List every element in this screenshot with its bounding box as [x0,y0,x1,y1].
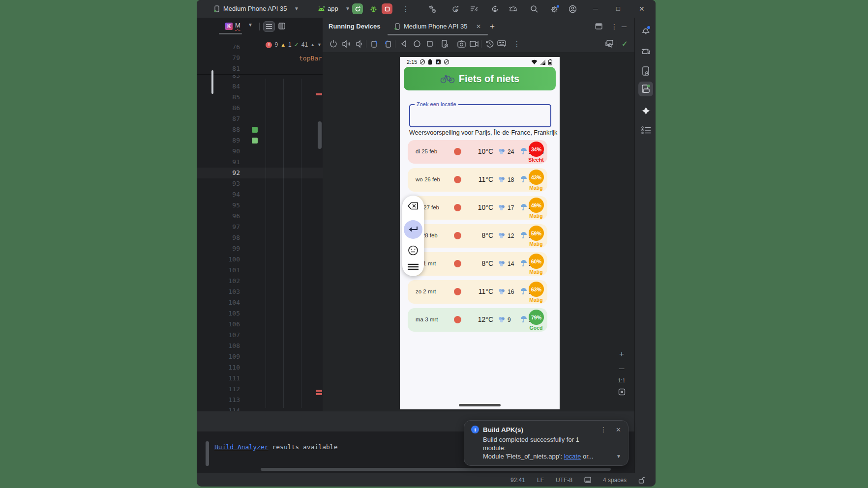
forecast-row[interactable]: wo 26 feb 11°C 18 70% 43% Matig [408,168,547,192]
gemini-icon[interactable] [638,103,653,118]
file-encoding[interactable]: UTF-8 [556,477,572,484]
phone-screen[interactable]: 2:15 A Fiets of nie [400,57,560,409]
editor-tab-title[interactable]: M [235,22,240,29]
device-tab-label[interactable]: Medium Phone API 35 [404,18,467,35]
prev-issue-icon[interactable]: ▲ [310,42,315,47]
overview-icon[interactable] [425,39,435,49]
menu-icon[interactable] [408,263,419,270]
emoji-icon[interactable] [408,245,419,256]
stop-button[interactable] [382,3,392,14]
rerun-button[interactable] [352,3,363,14]
error-stripe-mark[interactable] [316,93,322,95]
backspace-icon[interactable] [408,202,419,210]
chevron-down-icon[interactable]: ▼ [345,0,350,18]
line-ending[interactable]: LF [537,477,544,484]
device-manager-icon[interactable] [638,64,653,79]
inspections-widget[interactable]: ! 9 ▲ 1 ✓ 41 ▲ ▼ [266,41,322,48]
rotate-left-icon[interactable] [370,39,380,49]
search-location-input[interactable] [409,104,551,127]
color-swatch-gutter-icon[interactable] [252,127,258,133]
home-icon[interactable] [412,39,422,49]
editor-scrollbar-thumb[interactable] [318,121,322,149]
panel-more-icon[interactable]: ⋮ [611,18,618,35]
code-editor[interactable]: 8384858687888990919293949596979899100101… [197,35,323,411]
expand-chevron-icon[interactable]: ▼ [616,452,621,460]
zoom-reset-button[interactable]: 1:1 [616,377,628,383]
list-view-button[interactable] [263,21,275,32]
floating-keyboard-toolbar[interactable] [402,196,424,276]
panel-toggle-icon[interactable] [584,477,591,483]
notification-line: Module 'Fiets_of_niets.app': locate or..… [483,452,621,460]
more-options-icon[interactable]: ⋮ [402,5,409,13]
device-selector[interactable]: Medium Phone API 35 [223,0,287,18]
tab-list-chevron-icon[interactable]: ▼ [248,16,253,34]
error-stripe-mark[interactable] [316,393,322,395]
apply-changes-icon[interactable] [491,5,499,13]
console-scrollbar-thumb[interactable] [206,441,209,466]
caret-position[interactable]: 92:41 [510,477,525,484]
profile-avatar-icon[interactable] [569,5,577,13]
line-number: 86 [197,103,240,114]
forecast-row[interactable]: ma 3 mrt 12°C 9 10% 79% Goed [408,308,547,332]
gradle-elephant-icon[interactable] [638,43,653,58]
zoom-out-button[interactable]: ─ [616,364,628,373]
forecast-caption: Weersvoorspelling voor Parijs, Île-de-Fr… [409,129,557,136]
horizontal-scrollbar[interactable] [219,33,242,34]
notifications-bell-icon[interactable] [638,23,653,37]
window-minimize-button[interactable]: ─ [593,0,598,18]
gradle-sync-icon[interactable] [509,4,518,13]
zoom-fit-button[interactable] [616,388,628,396]
window-close-button[interactable]: ✕ [639,0,645,18]
window-maximize-button[interactable]: □ [616,0,620,18]
toolbar-more-icon[interactable]: ⋮ [513,35,520,52]
screen-record-icon[interactable] [469,39,479,49]
forecast-row[interactable]: zo 2 mrt 11°C 16 3% 63% Matig [408,280,547,304]
next-issue-icon[interactable]: ▼ [317,42,322,47]
compare-screens-icon[interactable] [604,39,614,49]
screenshot-icon[interactable] [456,39,466,49]
locate-link[interactable]: locate [564,453,581,460]
build-analyzer-link[interactable]: Build Analyzer [214,443,269,451]
split-view-button[interactable] [278,23,285,29]
lock-icon[interactable] [638,477,645,484]
volume-down-icon[interactable] [354,39,364,49]
forecast-row[interactable]: do 27 feb 10°C 17 48% 49% Matig [408,196,547,220]
error-stripe-mark[interactable] [316,390,322,392]
zoom-in-button[interactable]: + [616,349,628,359]
back-icon[interactable] [399,39,409,49]
search-icon[interactable] [530,5,539,13]
enter-key-icon[interactable] [404,220,422,239]
console-hscrollbar-thumb[interactable] [261,468,611,471]
build-variants-icon[interactable] [470,5,479,13]
device-settings-icon[interactable] [440,39,449,49]
validate-check-icon[interactable]: ✓ [622,39,628,48]
running-devices-icon[interactable] [638,82,653,96]
settings-gear-icon[interactable] [550,5,560,13]
snapshots-icon[interactable] [485,39,495,49]
power-icon[interactable] [329,39,338,49]
keyboard-icon[interactable] [497,39,507,49]
rotate-right-icon[interactable] [382,39,392,49]
forecast-row[interactable]: di 25 feb 10°C 24 100% 34% Slecht [408,140,547,164]
indent-setting[interactable]: 4 spaces [603,477,627,484]
score-badge: 43% [529,170,544,185]
layout-icon[interactable] [595,23,602,29]
notification-close-icon[interactable]: ✕ [616,426,621,433]
notification-more-icon[interactable]: ⋮ [600,426,607,433]
run-configuration[interactable]: app [328,0,338,18]
new-tab-button[interactable]: + [490,18,495,35]
volume-up-icon[interactable] [341,39,351,49]
build-notification[interactable]: i Build APK(s) ⋮ ✕ Build completed succe… [464,420,629,466]
tab-close-icon[interactable]: ✕ [476,18,481,35]
panel-hide-icon[interactable]: ─ [622,18,627,35]
structure-icon[interactable] [638,123,653,138]
device-viewport: 2:15 A Fiets of nie [323,52,634,411]
build-hammer-icon[interactable] [428,5,436,13]
color-swatch-gutter-icon[interactable] [252,138,258,144]
chevron-down-icon[interactable]: ▼ [294,0,299,18]
gesture-bar[interactable] [459,404,501,406]
debug-button[interactable] [368,3,379,14]
forecast-row[interactable]: za 1 mrt 8°C 14 1% 60% Matig [408,252,547,276]
forecast-row[interactable]: vr 28 feb 8°C 12 5% 59% Matig [408,224,547,248]
sync-abi-icon[interactable]: A [451,5,460,13]
